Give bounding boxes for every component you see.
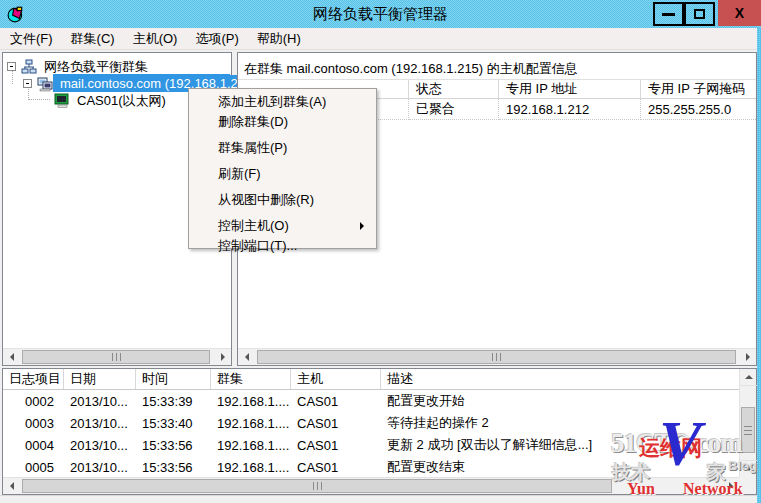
menu-item-control-hosts[interactable]: 控制主机(O) bbox=[191, 216, 374, 236]
scrollbar-track[interactable] bbox=[20, 349, 214, 365]
status-cell: 已聚合 bbox=[409, 99, 499, 120]
host-cell: CAS01 bbox=[291, 416, 381, 431]
time-cell: 15:33:56 bbox=[136, 460, 211, 475]
menu-item-remove-from-view[interactable]: 从视图中删除(R) bbox=[191, 190, 374, 210]
close-button[interactable]: X bbox=[718, 0, 761, 26]
scroll-left-icon[interactable] bbox=[3, 349, 20, 366]
time-cell: 15:33:40 bbox=[136, 416, 211, 431]
cluster-cell: 192.168.1.... bbox=[211, 394, 291, 409]
scroll-up-icon[interactable] bbox=[740, 369, 757, 386]
scrollbar-track[interactable] bbox=[255, 349, 739, 365]
menu-bar: 文件(F) 群集(C) 主机(O) 选项(P) 帮助(H) bbox=[0, 28, 761, 50]
minimize-button[interactable] bbox=[653, 2, 684, 26]
scrollbar-thumb[interactable] bbox=[22, 350, 210, 364]
log-panel: 日志项目 日期 时间 群集 主机 描述 0002 2013/10... 15:3… bbox=[2, 368, 757, 495]
log-vertical-scrollbar[interactable] bbox=[739, 369, 756, 477]
column-header-ip[interactable]: 专用 IP 地址 bbox=[499, 80, 641, 98]
nlb-clusters-icon bbox=[21, 59, 37, 75]
log-row[interactable]: 0004 2013/10... 15:33:56 192.168.1.... C… bbox=[3, 434, 739, 456]
description-cell: 配置更改结束 bbox=[381, 458, 739, 476]
log-entry-cell: 0002 bbox=[3, 394, 64, 409]
description-cell: 等待挂起的操作 2 bbox=[381, 414, 739, 432]
time-cell: 15:33:39 bbox=[136, 394, 211, 409]
log-row[interactable]: 0005 2013/10... 15:33:56 192.168.1.... C… bbox=[3, 456, 739, 477]
menu-cluster[interactable]: 群集(C) bbox=[63, 28, 123, 50]
log-table: 日志项目 日期 时间 群集 主机 描述 0002 2013/10... 15:3… bbox=[3, 369, 739, 477]
date-cell: 2013/10... bbox=[64, 416, 136, 431]
log-table-header: 日志项目 日期 时间 群集 主机 描述 bbox=[3, 369, 739, 390]
log-entry-cell: 0005 bbox=[3, 460, 64, 475]
scroll-right-icon[interactable] bbox=[739, 349, 756, 366]
submenu-arrow-icon bbox=[360, 222, 364, 230]
column-header-date[interactable]: 日期 bbox=[64, 369, 136, 389]
mask-cell: 255.255.255.0 bbox=[641, 99, 756, 120]
collapse-icon[interactable] bbox=[23, 79, 32, 88]
scroll-down-icon[interactable] bbox=[740, 460, 757, 477]
host-cell: CAS01 bbox=[291, 394, 381, 409]
menu-item-label: 控制主机(O) bbox=[218, 218, 289, 233]
menu-file[interactable]: 文件(F) bbox=[2, 28, 61, 50]
cluster-context-menu: 添加主机到群集(A) 删除群集(D) 群集属性(P) 刷新(F) 从视图中删除(… bbox=[188, 88, 377, 249]
cluster-icon bbox=[37, 76, 53, 92]
column-header-status[interactable]: 状态 bbox=[409, 80, 499, 98]
window-frame-edge bbox=[757, 28, 761, 503]
log-row[interactable]: 0003 2013/10... 15:33:40 192.168.1.... C… bbox=[3, 412, 739, 434]
tree-host-label: CAS01(以太网) bbox=[74, 91, 169, 111]
column-header-log-entry[interactable]: 日志项目 bbox=[3, 369, 64, 389]
tree-root-label: 网络负载平衡群集 bbox=[41, 57, 151, 77]
config-horizontal-scrollbar[interactable] bbox=[238, 348, 756, 365]
host-icon bbox=[54, 93, 70, 109]
menu-item-refresh[interactable]: 刷新(F) bbox=[191, 164, 374, 184]
scrollbar-thumb[interactable] bbox=[257, 350, 736, 364]
menu-item-add-host[interactable]: 添加主机到群集(A) bbox=[191, 92, 374, 112]
column-header-cluster[interactable]: 群集 bbox=[211, 369, 291, 389]
title-bar: 网络负载平衡管理器 X bbox=[0, 0, 761, 28]
column-header-mask[interactable]: 专用 IP 子网掩码 bbox=[641, 80, 756, 98]
scrollbar-track[interactable] bbox=[20, 478, 722, 494]
window-controls: X bbox=[653, 0, 761, 28]
menu-item-control-ports[interactable]: 控制端口(T)... bbox=[191, 236, 374, 256]
cluster-cell: 192.168.1.... bbox=[211, 460, 291, 475]
minimize-icon bbox=[662, 13, 675, 16]
menu-help[interactable]: 帮助(H) bbox=[249, 28, 309, 50]
host-cell: CAS01 bbox=[291, 438, 381, 453]
scrollbar-thumb[interactable] bbox=[22, 479, 612, 493]
window-title: 网络负载平衡管理器 bbox=[0, 5, 761, 24]
date-cell: 2013/10... bbox=[64, 460, 136, 475]
menu-item-cluster-properties[interactable]: 群集属性(P) bbox=[191, 138, 374, 158]
scroll-right-icon[interactable] bbox=[214, 349, 231, 366]
column-header-time[interactable]: 时间 bbox=[136, 369, 211, 389]
log-entry-cell: 0003 bbox=[3, 416, 64, 431]
host-cell: CAS01 bbox=[291, 460, 381, 475]
tree-item-host[interactable]: CAS01(以太网) bbox=[54, 92, 169, 109]
log-row[interactable]: 0002 2013/10... 15:33:39 192.168.1.... C… bbox=[3, 390, 739, 412]
log-entry-cell: 0004 bbox=[3, 438, 64, 453]
time-cell: 15:33:56 bbox=[136, 438, 211, 453]
scrollbar-corner bbox=[739, 477, 756, 494]
cluster-info-text: 在群集 mail.contoso.com (192.168.1.215) 的主机… bbox=[238, 53, 756, 79]
menu-host[interactable]: 主机(O) bbox=[125, 28, 186, 50]
maximize-icon bbox=[694, 9, 705, 19]
menu-options[interactable]: 选项(P) bbox=[187, 28, 246, 50]
status-bar bbox=[0, 495, 761, 503]
cluster-cell: 192.168.1.... bbox=[211, 438, 291, 453]
tree-connector bbox=[28, 99, 50, 100]
tree-horizontal-scrollbar[interactable] bbox=[3, 348, 231, 365]
date-cell: 2013/10... bbox=[64, 438, 136, 453]
scroll-right-icon[interactable] bbox=[722, 478, 739, 495]
scroll-left-icon[interactable] bbox=[238, 349, 255, 366]
nlb-manager-window: 网络负载平衡管理器 X 文件(F) 群集(C) 主机(O) 选项(P) 帮助(H… bbox=[0, 0, 761, 503]
menu-item-delete-cluster[interactable]: 删除群集(D) bbox=[191, 112, 374, 132]
description-cell: 更新 2 成功 [双击以了解详细信息...] bbox=[381, 436, 739, 454]
collapse-icon[interactable] bbox=[7, 62, 16, 71]
ip-cell: 192.168.1.212 bbox=[499, 99, 641, 120]
scroll-left-icon[interactable] bbox=[3, 478, 20, 495]
log-horizontal-scrollbar[interactable] bbox=[3, 477, 739, 494]
scrollbar-thumb[interactable] bbox=[741, 407, 755, 453]
date-cell: 2013/10... bbox=[64, 394, 136, 409]
tree-item-root[interactable]: 网络负载平衡群集 bbox=[7, 58, 151, 75]
column-header-description[interactable]: 描述 bbox=[381, 369, 739, 389]
description-cell: 配置更改开始 bbox=[381, 392, 739, 410]
column-header-host[interactable]: 主机 bbox=[291, 369, 381, 389]
maximize-button[interactable] bbox=[684, 2, 715, 26]
